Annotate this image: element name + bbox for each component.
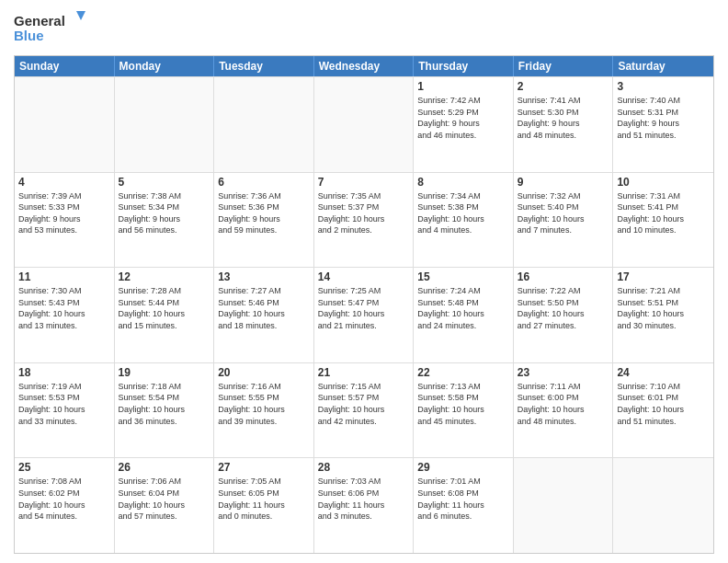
day-info: Sunrise: 7:36 AM Sunset: 5:36 PM Dayligh… — [218, 190, 310, 236]
day-info: Sunrise: 7:10 AM Sunset: 6:01 PM Dayligh… — [617, 381, 710, 427]
day-info: Sunrise: 7:22 AM Sunset: 5:50 PM Dayligh… — [518, 285, 609, 331]
calendar-cell — [214, 77, 314, 172]
day-number: 11 — [18, 270, 110, 283]
calendar-cell: 4Sunrise: 7:39 AM Sunset: 5:33 PM Daylig… — [15, 173, 115, 268]
calendar-cell: 16Sunrise: 7:22 AM Sunset: 5:50 PM Dayli… — [514, 268, 614, 362]
day-number: 4 — [18, 176, 110, 189]
header-day-monday: Monday — [115, 56, 215, 76]
day-info: Sunrise: 7:13 AM Sunset: 5:58 PM Dayligh… — [417, 381, 509, 427]
calendar-cell: 13Sunrise: 7:27 AM Sunset: 5:46 PM Dayli… — [214, 268, 314, 362]
day-number: 23 — [518, 366, 609, 379]
header-day-wednesday: Wednesday — [314, 56, 415, 76]
calendar-cell: 10Sunrise: 7:31 AM Sunset: 5:41 PM Dayli… — [613, 173, 713, 268]
day-number: 5 — [119, 176, 210, 189]
svg-text:General: General — [14, 13, 65, 29]
calendar-header: SundayMondayTuesdayWednesdayThursdayFrid… — [15, 56, 713, 76]
day-number: 3 — [617, 80, 710, 93]
day-info: Sunrise: 7:25 AM Sunset: 5:47 PM Dayligh… — [318, 285, 410, 331]
day-number: 13 — [218, 270, 310, 283]
day-info: Sunrise: 7:42 AM Sunset: 5:29 PM Dayligh… — [417, 95, 509, 141]
day-number: 20 — [218, 366, 310, 379]
day-number: 9 — [518, 176, 609, 189]
day-info: Sunrise: 7:34 AM Sunset: 5:38 PM Dayligh… — [417, 190, 509, 236]
header-day-sunday: Sunday — [15, 56, 115, 76]
day-number: 12 — [119, 270, 210, 283]
calendar-row-3: 18Sunrise: 7:19 AM Sunset: 5:53 PM Dayli… — [15, 362, 713, 458]
day-number: 17 — [617, 270, 710, 283]
calendar-cell — [115, 77, 215, 172]
calendar-cell: 2Sunrise: 7:41 AM Sunset: 5:30 PM Daylig… — [514, 77, 614, 172]
page: General Blue SundayMondayTuesdayWednesda… — [0, 0, 728, 563]
calendar-cell: 7Sunrise: 7:35 AM Sunset: 5:37 PM Daylig… — [314, 173, 415, 268]
day-number: 19 — [119, 366, 210, 379]
calendar-cell: 12Sunrise: 7:28 AM Sunset: 5:44 PM Dayli… — [115, 268, 215, 362]
calendar-row-4: 25Sunrise: 7:08 AM Sunset: 6:02 PM Dayli… — [15, 457, 713, 553]
header-day-saturday: Saturday — [613, 56, 713, 76]
calendar-cell: 3Sunrise: 7:40 AM Sunset: 5:31 PM Daylig… — [613, 77, 713, 172]
day-number: 22 — [417, 366, 509, 379]
day-number: 26 — [119, 461, 210, 474]
day-number: 1 — [417, 80, 509, 93]
logo: General Blue — [14, 9, 87, 50]
calendar-cell: 27Sunrise: 7:05 AM Sunset: 6:05 PM Dayli… — [214, 458, 314, 553]
day-number: 28 — [318, 461, 410, 474]
day-info: Sunrise: 7:08 AM Sunset: 6:02 PM Dayligh… — [18, 476, 110, 522]
calendar-cell: 26Sunrise: 7:06 AM Sunset: 6:04 PM Dayli… — [115, 458, 215, 553]
calendar-row-0: 1Sunrise: 7:42 AM Sunset: 5:29 PM Daylig… — [15, 76, 713, 172]
day-info: Sunrise: 7:19 AM Sunset: 5:53 PM Dayligh… — [18, 381, 110, 427]
day-number: 24 — [617, 366, 710, 379]
day-number: 14 — [318, 270, 410, 283]
day-info: Sunrise: 7:27 AM Sunset: 5:46 PM Dayligh… — [218, 285, 310, 331]
calendar-body: 1Sunrise: 7:42 AM Sunset: 5:29 PM Daylig… — [15, 76, 713, 553]
calendar-cell: 20Sunrise: 7:16 AM Sunset: 5:55 PM Dayli… — [214, 363, 314, 458]
calendar-cell: 6Sunrise: 7:36 AM Sunset: 5:36 PM Daylig… — [214, 173, 314, 268]
day-number: 16 — [518, 270, 609, 283]
day-number: 10 — [617, 176, 710, 189]
day-info: Sunrise: 7:18 AM Sunset: 5:54 PM Dayligh… — [119, 381, 210, 427]
day-info: Sunrise: 7:39 AM Sunset: 5:33 PM Dayligh… — [18, 190, 110, 236]
calendar-cell — [514, 458, 614, 553]
calendar-cell: 28Sunrise: 7:03 AM Sunset: 6:06 PM Dayli… — [314, 458, 415, 553]
day-number: 29 — [417, 461, 509, 474]
calendar-row-1: 4Sunrise: 7:39 AM Sunset: 5:33 PM Daylig… — [15, 172, 713, 268]
day-number: 25 — [18, 461, 110, 474]
calendar-cell: 19Sunrise: 7:18 AM Sunset: 5:54 PM Dayli… — [115, 363, 215, 458]
day-info: Sunrise: 7:40 AM Sunset: 5:31 PM Dayligh… — [617, 95, 710, 141]
calendar: SundayMondayTuesdayWednesdayThursdayFrid… — [14, 55, 714, 554]
header-day-thursday: Thursday — [414, 56, 514, 76]
svg-marker-2 — [76, 11, 85, 20]
calendar-cell: 22Sunrise: 7:13 AM Sunset: 5:58 PM Dayli… — [414, 363, 514, 458]
day-info: Sunrise: 7:15 AM Sunset: 5:57 PM Dayligh… — [318, 381, 410, 427]
day-number: 15 — [417, 270, 509, 283]
calendar-cell: 25Sunrise: 7:08 AM Sunset: 6:02 PM Dayli… — [15, 458, 115, 553]
calendar-row-2: 11Sunrise: 7:30 AM Sunset: 5:43 PM Dayli… — [15, 267, 713, 362]
day-info: Sunrise: 7:11 AM Sunset: 6:00 PM Dayligh… — [518, 381, 609, 427]
calendar-cell: 5Sunrise: 7:38 AM Sunset: 5:34 PM Daylig… — [115, 173, 215, 268]
calendar-cell: 1Sunrise: 7:42 AM Sunset: 5:29 PM Daylig… — [414, 77, 514, 172]
calendar-cell: 21Sunrise: 7:15 AM Sunset: 5:57 PM Dayli… — [314, 363, 415, 458]
day-info: Sunrise: 7:21 AM Sunset: 5:51 PM Dayligh… — [617, 285, 710, 331]
day-number: 18 — [18, 366, 110, 379]
day-number: 8 — [417, 176, 509, 189]
calendar-cell: 17Sunrise: 7:21 AM Sunset: 5:51 PM Dayli… — [613, 268, 713, 362]
day-number: 2 — [518, 80, 609, 93]
calendar-cell: 15Sunrise: 7:24 AM Sunset: 5:48 PM Dayli… — [414, 268, 514, 362]
calendar-cell: 18Sunrise: 7:19 AM Sunset: 5:53 PM Dayli… — [15, 363, 115, 458]
calendar-cell — [314, 77, 415, 172]
header-day-friday: Friday — [514, 56, 614, 76]
calendar-cell: 14Sunrise: 7:25 AM Sunset: 5:47 PM Dayli… — [314, 268, 415, 362]
day-info: Sunrise: 7:16 AM Sunset: 5:55 PM Dayligh… — [218, 381, 310, 427]
header: General Blue — [14, 9, 714, 50]
calendar-cell: 8Sunrise: 7:34 AM Sunset: 5:38 PM Daylig… — [414, 173, 514, 268]
day-info: Sunrise: 7:41 AM Sunset: 5:30 PM Dayligh… — [518, 95, 609, 141]
header-day-tuesday: Tuesday — [214, 56, 314, 76]
svg-text:Blue: Blue — [14, 28, 44, 43]
day-number: 7 — [318, 176, 410, 189]
calendar-cell: 29Sunrise: 7:01 AM Sunset: 6:08 PM Dayli… — [414, 458, 514, 553]
calendar-cell: 23Sunrise: 7:11 AM Sunset: 6:00 PM Dayli… — [514, 363, 614, 458]
day-info: Sunrise: 7:01 AM Sunset: 6:08 PM Dayligh… — [417, 476, 509, 522]
day-number: 21 — [318, 366, 410, 379]
day-number: 6 — [218, 176, 310, 189]
calendar-cell: 24Sunrise: 7:10 AM Sunset: 6:01 PM Dayli… — [613, 363, 713, 458]
calendar-cell: 9Sunrise: 7:32 AM Sunset: 5:40 PM Daylig… — [514, 173, 614, 268]
